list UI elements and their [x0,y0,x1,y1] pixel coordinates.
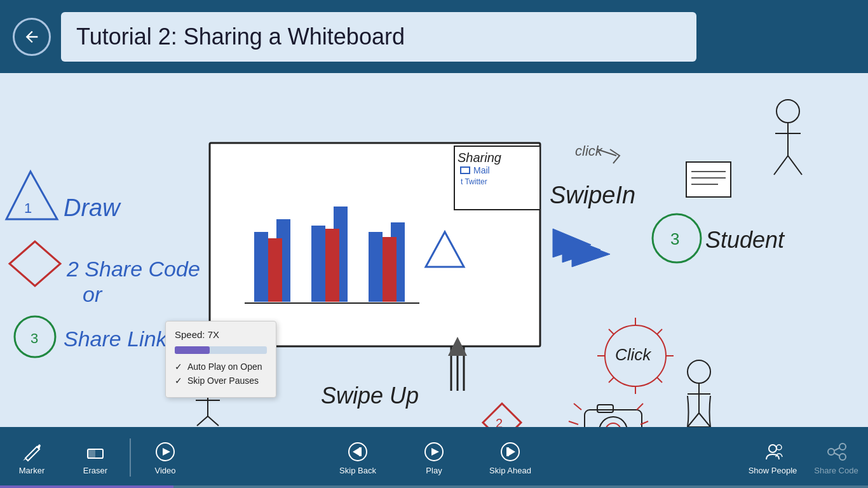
svg-rect-19 [383,237,397,302]
svg-line-102 [834,453,839,456]
svg-text:t Twitter: t Twitter [461,177,487,186]
auto-play-check: ✓ [175,362,182,372]
toolbar: Marker Eraser Video Skip B [0,427,868,488]
svg-rect-13 [311,226,325,302]
svg-text:or: or [83,282,103,306]
svg-text:3: 3 [670,229,679,248]
svg-point-98 [839,444,846,450]
speed-bar[interactable] [175,346,267,354]
svg-point-97 [776,445,782,450]
skip-back-label: Skip Back [339,466,376,475]
toolbar-right: Show People Share Code [741,427,868,488]
speed-bar-fill [175,346,210,354]
svg-rect-90 [359,447,362,456]
share-code-label: Share Code [814,466,858,475]
auto-play-option[interactable]: ✓ Auto Play on Open [175,362,267,372]
svg-text:SwipeIn: SwipeIn [550,182,635,208]
skip-ahead-label: Skip Ahead [489,466,531,475]
marker-button[interactable]: Marker [0,427,64,488]
toolbar-left: Marker Eraser Video [0,427,197,488]
back-button[interactable] [13,18,51,56]
svg-line-101 [834,448,839,451]
svg-text:3: 3 [31,330,38,346]
skip-pauses-option[interactable]: ✓ Skip Over Pauses [175,376,267,386]
svg-point-99 [828,449,834,455]
play-label: Play [426,466,442,475]
svg-rect-15 [369,232,383,302]
speed-popup: Speed: 7X ✓ Auto Play on Open ✓ Skip Ove… [165,321,276,398]
svg-text:2 Share Code: 2 Share Code [66,257,200,281]
eraser-button[interactable]: Eraser [64,427,127,488]
svg-rect-84 [88,449,95,458]
svg-marker-94 [509,448,515,456]
svg-marker-87 [163,448,170,456]
svg-text:2: 2 [496,416,503,427]
skip-back-button[interactable]: Skip Back [326,427,390,488]
progress-bar[interactable] [0,485,868,488]
svg-text:Click: Click [615,345,652,364]
video-label: Video [154,466,175,475]
skip-ahead-button[interactable]: Skip Ahead [478,427,542,488]
eraser-label: Eraser [83,466,107,475]
toolbar-divider [130,438,131,477]
svg-point-100 [839,454,846,460]
svg-rect-95 [506,447,509,456]
svg-text:Swipe Up: Swipe Up [321,383,419,409]
marker-label: Marker [19,466,44,475]
page-title: Tutorial 2: Sharing a Whiteboard [76,24,681,50]
auto-play-label: Auto Play on Open [187,362,262,372]
svg-rect-17 [268,238,282,302]
svg-text:Student: Student [705,227,785,253]
progress-fill [0,485,173,488]
svg-point-96 [769,445,776,452]
show-people-label: Show People [749,466,797,475]
play-button[interactable]: Play [402,427,466,488]
svg-marker-89 [353,448,359,456]
svg-rect-18 [325,229,339,302]
whiteboard-canvas: Draw 2 Share Code or 3 Share Link 1 Shar [0,73,868,427]
svg-rect-39 [686,162,731,197]
video-button[interactable]: Video [133,427,197,488]
speed-label: Speed: 7X [175,329,267,340]
svg-text:1: 1 [24,200,32,216]
title-box: Tutorial 2: Sharing a Whiteboard [61,12,696,62]
skip-pauses-check: ✓ [175,376,182,386]
header: Tutorial 2: Sharing a Whiteboard [0,0,868,73]
skip-pauses-label: Skip Over Pauses [187,376,259,386]
svg-text:Share Link: Share Link [64,327,168,351]
svg-text:Mail: Mail [473,165,490,175]
svg-text:click: click [575,143,603,159]
svg-rect-11 [254,232,268,302]
share-code-button[interactable]: Share Code [804,427,868,488]
toolbar-center: Skip Back Play Skip Ahead [326,427,542,488]
svg-text:Draw: Draw [64,194,121,221]
show-people-button[interactable]: Show People [741,427,804,488]
svg-text:Sharing: Sharing [458,151,501,165]
svg-marker-92 [431,448,439,456]
